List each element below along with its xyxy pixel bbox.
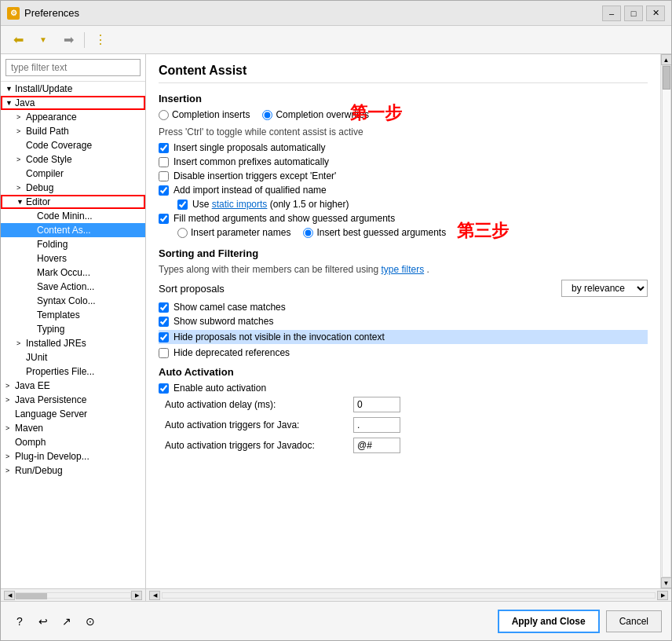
disable-triggers-input[interactable] bbox=[159, 171, 169, 181]
fill-method-input[interactable] bbox=[159, 214, 169, 224]
right-panel: Content Assist 第一步 Insertion Completion … bbox=[146, 54, 660, 588]
search-input[interactable] bbox=[5, 59, 141, 76]
tree-item-code-mining[interactable]: Code Minin... bbox=[1, 209, 145, 223]
subword-checkbox[interactable]: Show subword matches bbox=[159, 316, 648, 327]
tree-item-hovers[interactable]: Hovers bbox=[1, 251, 145, 266]
enable-auto-activation-checkbox[interactable]: Enable auto activation bbox=[159, 383, 648, 394]
hide-not-visible-checkbox[interactable]: Hide proposals not visible in the invoca… bbox=[159, 330, 648, 344]
forward-button[interactable]: ➡ bbox=[57, 31, 79, 49]
close-button[interactable]: ✕ bbox=[646, 5, 665, 21]
insert-param-names-option[interactable]: Insert parameter names bbox=[177, 227, 290, 238]
tree-item-install-update[interactable]: ▼ Install/Update bbox=[1, 82, 145, 96]
add-import-input[interactable] bbox=[159, 185, 169, 196]
cancel-button[interactable]: Cancel bbox=[606, 610, 662, 632]
tree-item-folding[interactable]: Folding bbox=[1, 237, 145, 251]
tree-item-label: Java EE bbox=[15, 380, 50, 391]
hide-deprecated-checkbox[interactable]: Hide deprecated references bbox=[159, 347, 648, 358]
tree-item-java[interactable]: ▼ Java bbox=[1, 96, 145, 110]
auto-javadoc-input[interactable] bbox=[353, 438, 400, 453]
tree-item-code-coverage[interactable]: Code Coverage bbox=[1, 138, 145, 152]
scroll-thumb[interactable] bbox=[663, 66, 670, 90]
tree-item-junit[interactable]: JUnit bbox=[1, 350, 145, 364]
tree-item-save-actions[interactable]: Save Action... bbox=[1, 280, 145, 294]
tree-item-mark-occurrences[interactable]: Mark Occu... bbox=[1, 266, 145, 280]
back-button[interactable]: ⬅ bbox=[7, 31, 29, 49]
bottom-scroll-area: ◀ ▶ ◀ ▶ bbox=[1, 588, 671, 601]
static-imports-input[interactable] bbox=[177, 200, 188, 210]
hide-not-visible-input[interactable] bbox=[159, 332, 169, 342]
tree-item-templates[interactable]: Templates bbox=[1, 308, 145, 322]
scroll-up-button[interactable]: ▲ bbox=[661, 54, 672, 65]
left-scroll-button[interactable]: ◀ bbox=[4, 591, 15, 600]
tree-item-oomph[interactable]: Oomph bbox=[1, 435, 145, 449]
tree-item-installed-jres[interactable]: > Installed JREs bbox=[1, 336, 145, 350]
tree-item-code-style[interactable]: > Code Style bbox=[1, 152, 145, 167]
static-imports-checkbox[interactable]: Use static imports (only 1.5 or higher) bbox=[159, 199, 648, 210]
subword-input[interactable] bbox=[159, 317, 169, 327]
tree-item-appearance[interactable]: > Appearance bbox=[1, 110, 145, 124]
tree-item-java-ee[interactable]: > Java EE bbox=[1, 379, 145, 393]
tree-item-syntax-coloring[interactable]: Syntax Colo... bbox=[1, 294, 145, 308]
completion-inserts-radio[interactable] bbox=[159, 110, 169, 120]
apply-close-button[interactable]: Apply and Close bbox=[498, 610, 600, 633]
maximize-button[interactable]: □ bbox=[624, 5, 643, 21]
hide-deprecated-input[interactable] bbox=[159, 348, 169, 358]
app-icon: ⚙ bbox=[7, 7, 20, 20]
completion-inserts-option[interactable]: Completion inserts bbox=[159, 109, 250, 120]
add-import-checkbox[interactable]: Add import instead of qualified name bbox=[159, 185, 648, 196]
right-scroll-button[interactable]: ▶ bbox=[131, 591, 142, 600]
disable-triggers-checkbox[interactable]: Disable insertion triggers except 'Enter… bbox=[159, 170, 648, 181]
tree-item-run-debug[interactable]: > Run/Debug bbox=[1, 463, 145, 478]
settings-icon[interactable]: ⊙ bbox=[81, 612, 100, 631]
common-prefixes-checkbox[interactable]: Insert common prefixes automatically bbox=[159, 156, 648, 167]
static-imports-link[interactable]: static imports bbox=[212, 199, 268, 210]
dropdown-button[interactable]: ▼ bbox=[32, 31, 54, 49]
expand-icon: > bbox=[5, 467, 13, 474]
tree-item-debug[interactable]: > Debug bbox=[1, 181, 145, 195]
scroll-down-button[interactable]: ▼ bbox=[661, 577, 672, 588]
common-prefixes-input[interactable] bbox=[159, 157, 169, 167]
horiz-thumb[interactable] bbox=[16, 593, 47, 599]
tree-item-language-server[interactable]: Language Server bbox=[1, 407, 145, 421]
restore-icon[interactable]: ↩ bbox=[34, 612, 53, 631]
tree-item-plugin-dev[interactable]: > Plug-in Develop... bbox=[1, 449, 145, 463]
tree-item-java-persistence[interactable]: > Java Persistence bbox=[1, 393, 145, 407]
help-icon[interactable]: ? bbox=[10, 612, 29, 631]
minimize-button[interactable]: – bbox=[602, 5, 621, 21]
type-filters-link[interactable]: type filters bbox=[382, 264, 425, 275]
tree-item-label: Code Coverage bbox=[26, 140, 92, 151]
sort-dropdown[interactable]: by relevance bbox=[561, 280, 648, 297]
export-icon[interactable]: ↗ bbox=[57, 612, 76, 631]
tree-item-properties-files[interactable]: Properties File... bbox=[1, 364, 145, 379]
tree-item-content-assist[interactable]: Content As... bbox=[1, 223, 145, 237]
auto-delay-input[interactable] bbox=[353, 397, 400, 412]
camel-case-input[interactable] bbox=[159, 302, 169, 313]
completion-overwrites-option[interactable]: Completion overwrites bbox=[262, 109, 369, 120]
best-guessed-radio[interactable] bbox=[303, 228, 313, 238]
right-right-scroll-button[interactable]: ▶ bbox=[657, 591, 668, 600]
more-button[interactable]: ⋮ bbox=[89, 31, 111, 49]
completion-overwrites-radio[interactable] bbox=[262, 110, 272, 120]
tree-item-editor[interactable]: ▼ Editor bbox=[1, 195, 145, 209]
fill-method-checkbox[interactable]: Fill method arguments and show guessed a… bbox=[159, 213, 648, 224]
camel-case-checkbox[interactable]: Show camel case matches bbox=[159, 302, 648, 313]
right-left-scroll-button[interactable]: ◀ bbox=[149, 591, 160, 600]
right-panel-wrapper: Content Assist 第一步 Insertion Completion … bbox=[146, 54, 671, 588]
auto-javadoc-row: Auto activation triggers for Javadoc: bbox=[159, 438, 648, 453]
auto-java-input[interactable] bbox=[353, 417, 400, 433]
enable-auto-activation-input[interactable] bbox=[159, 383, 169, 394]
static-imports-label: Use static imports (only 1.5 or higher) bbox=[192, 199, 349, 210]
subword-label: Show subword matches bbox=[173, 316, 273, 327]
tree-item-maven[interactable]: > Maven bbox=[1, 421, 145, 435]
sort-proposals-label: Sort proposals bbox=[159, 283, 225, 295]
tree-item-label: Properties File... bbox=[26, 366, 94, 377]
expand-icon: > bbox=[16, 339, 24, 347]
best-guessed-option[interactable]: Insert best guessed arguments bbox=[303, 227, 446, 238]
tree-item-typing[interactable]: Typing bbox=[1, 322, 145, 336]
tree-item-build-path[interactable]: > Build Path bbox=[1, 124, 145, 138]
single-proposals-checkbox[interactable]: Insert single proposals automatically bbox=[159, 142, 648, 153]
single-proposals-input[interactable] bbox=[159, 143, 169, 153]
insert-param-names-radio[interactable] bbox=[177, 228, 188, 238]
tree-item-label: Plug-in Develop... bbox=[15, 451, 89, 462]
tree-item-compiler[interactable]: Compiler bbox=[1, 167, 145, 181]
